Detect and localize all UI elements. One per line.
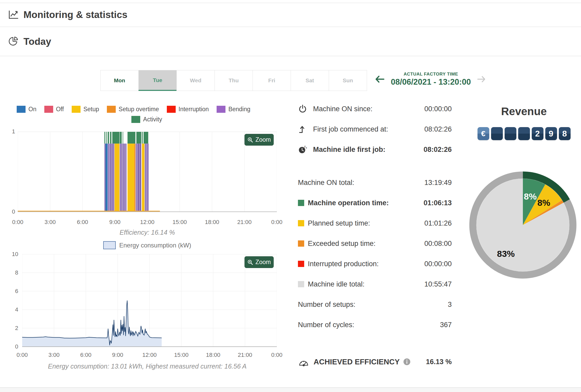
x-tick-label: 6:00 <box>77 219 88 226</box>
stat-row: Machine ON since:00:00:00 <box>298 102 452 116</box>
page-title: Monitoring & statistics <box>23 9 127 20</box>
tab-sun[interactable]: Sun <box>329 70 367 91</box>
stat-label: Interrupted production: <box>308 260 379 268</box>
y-tick-label: 8 <box>15 269 18 276</box>
tab-mon[interactable]: Mon <box>100 70 139 91</box>
stat-row: Number of setups:3 <box>298 298 452 311</box>
x-tick-label: 21:00 <box>237 219 252 226</box>
x-tick-label: 15:00 <box>173 219 187 226</box>
currency-tile: € <box>478 127 489 140</box>
legend-swatch <box>44 106 53 113</box>
legend-swatch <box>107 106 116 113</box>
stat-row: Machine idle total:10:55:47 <box>298 277 452 291</box>
magnifier-plus-icon <box>247 137 253 143</box>
stat-label: Machine operation time: <box>308 199 389 207</box>
stat-value: 367 <box>440 321 452 329</box>
x-tick-label: 12:00 <box>140 219 154 226</box>
y-tick-label: 4 <box>15 306 18 313</box>
magnifier-plus-icon <box>247 259 253 265</box>
y-tick-label: 1 <box>12 128 15 135</box>
legend-label: Interruption <box>179 106 209 113</box>
timeline-y-axis: 10 <box>7 132 15 214</box>
x-tick-label: 12:00 <box>142 352 157 358</box>
svg-text:83%: 83% <box>497 249 515 259</box>
line-chart-icon <box>8 9 19 21</box>
stat-label: Planned setup time: <box>308 219 370 227</box>
tab-thu[interactable]: Thu <box>215 70 253 91</box>
tab-tue[interactable]: Tue <box>138 70 177 91</box>
efficiency-panel: ACHIEVED EFFICIENCY 16.13 % <box>298 357 452 367</box>
svg-text:z: z <box>306 146 307 149</box>
tab-fri[interactable]: Fri <box>253 70 291 91</box>
x-tick-label: 18:00 <box>205 219 219 226</box>
legend-label: Activity <box>143 116 162 123</box>
legend-swatch <box>167 106 176 113</box>
stat-label: Machine ON total: <box>298 179 354 187</box>
machine-state-timeline-chart <box>18 132 277 214</box>
svg-text:8%: 8% <box>537 198 550 208</box>
y-tick-label: 10 <box>12 251 18 258</box>
idle-clock-icon: zz <box>298 145 309 154</box>
tab-wed[interactable]: Wed <box>176 70 215 91</box>
revenue-digit-tile: 9 <box>545 127 557 140</box>
stat-label: Exceeded setup time: <box>308 240 376 248</box>
app-header: Monitoring & statistics <box>0 3 581 27</box>
y-tick-label: 6 <box>15 288 18 295</box>
legend-swatch <box>72 106 81 113</box>
y-tick-label: 0 <box>12 208 15 215</box>
legend-label: Setup <box>83 106 99 113</box>
legend-label: Setup overtime <box>119 106 159 113</box>
factory-time: ACTUAL FACTORY TIME 08/06/2021 - 13:20:0… <box>386 72 476 87</box>
legend-item-activity: Activity <box>131 116 162 123</box>
energy-zoom-button[interactable]: Zoom <box>244 256 274 268</box>
x-tick-label: 3:00 <box>45 219 56 226</box>
x-tick-label: 0:00 <box>271 219 283 226</box>
legend-label: Bending <box>228 106 250 113</box>
x-tick-label: 6:00 <box>80 352 91 358</box>
timeline-zoom-button[interactable]: Zoom <box>244 134 274 146</box>
gauge-icon <box>298 357 309 367</box>
x-tick-label: 9:00 <box>109 219 120 226</box>
dashboard-page: Monitoring & statistics Today MonTueWedT… <box>0 0 581 392</box>
info-icon[interactable] <box>403 358 411 365</box>
legend-item-setup-overtime: Setup overtime <box>107 106 159 113</box>
previous-day-arrow-icon[interactable] <box>374 74 386 84</box>
energy-legend-swatch <box>103 241 116 249</box>
energy-legend: Energy consumption (kW) <box>18 241 277 249</box>
stats-panel: Machine ON since:00:00:00First job comme… <box>298 102 452 338</box>
svg-text:8%: 8% <box>524 191 537 201</box>
bottom-divider <box>0 387 581 392</box>
revenue-blank-tile <box>518 127 530 140</box>
factory-time-value: 08/06/2021 - 13:20:00 <box>386 77 476 87</box>
stat-label: Number of cycles: <box>298 321 354 329</box>
tab-sat[interactable]: Sat <box>291 70 329 91</box>
x-tick-label: 0:00 <box>17 352 28 358</box>
revenue-blank-tile <box>505 127 516 140</box>
first-job-icon <box>298 125 309 134</box>
stat-value: 08:02:26 <box>424 146 452 154</box>
energy-y-axis: 0246810 <box>7 254 18 347</box>
x-tick-label: 9:00 <box>112 352 123 358</box>
x-tick-label: 0:00 <box>271 352 283 358</box>
achieved-efficiency-label: ACHIEVED EFFICIENCY <box>314 358 400 366</box>
power-icon <box>298 104 309 114</box>
legend-label: On <box>28 106 36 113</box>
legend-label: Off <box>56 106 64 113</box>
energy-consumption-chart <box>22 254 277 347</box>
next-day-arrow-icon[interactable] <box>476 74 486 84</box>
x-tick-label: 21:00 <box>238 352 252 358</box>
revenue-title: Revenue <box>467 105 581 118</box>
legend-item-on: On <box>17 106 36 113</box>
stat-value: 13:19:49 <box>424 179 452 187</box>
stat-value: 01:06:13 <box>424 199 452 207</box>
stat-value: 10:55:47 <box>424 280 452 288</box>
factory-time-label: ACTUAL FACTORY TIME <box>386 72 476 77</box>
achieved-efficiency-value: 16.13 % <box>426 358 452 366</box>
revenue-panel: Revenue €298 <box>467 105 581 140</box>
timeline-x-labels: 0:003:006:009:0012:0015:0018:0021:000:00 <box>18 219 277 226</box>
energy-caption: Energy consumption: 13.01 kWh, Highest m… <box>18 363 277 370</box>
stat-row: Machine operation time:01:06:13 <box>298 196 452 210</box>
stat-label: Machine ON since: <box>313 105 372 113</box>
stat-label: Number of setups: <box>298 301 356 309</box>
stat-swatch <box>298 240 304 247</box>
